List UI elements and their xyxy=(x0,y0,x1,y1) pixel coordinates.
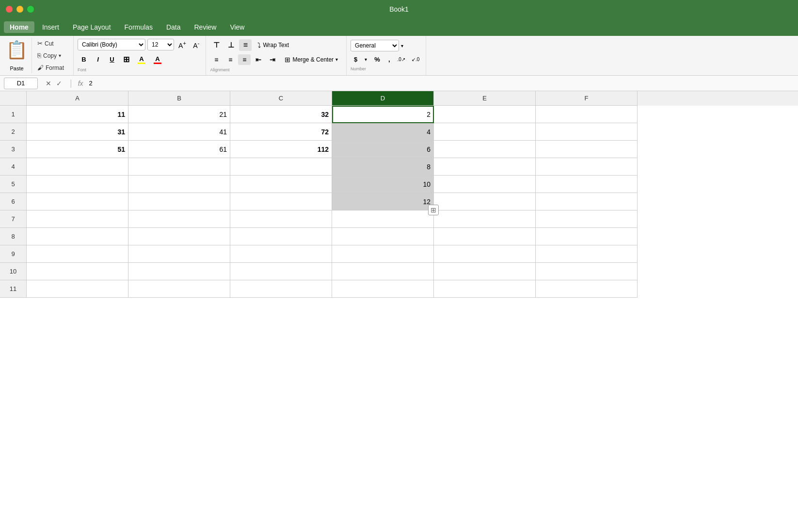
cell-d7[interactable] xyxy=(332,210,434,228)
format-button[interactable]: 🖌 Format xyxy=(34,63,67,73)
row-header-3[interactable]: 3 xyxy=(0,141,27,158)
row-header-1[interactable]: 1 xyxy=(0,106,27,123)
cell-e3[interactable] xyxy=(434,141,536,158)
row-header-9[interactable]: 9 xyxy=(0,245,27,263)
cell-e10[interactable] xyxy=(434,263,536,280)
cell-d3[interactable]: 6 xyxy=(332,141,434,158)
cell-d6[interactable]: 12 ⊞ xyxy=(332,193,434,210)
comma-button[interactable]: , xyxy=(385,54,394,64)
cell-e11[interactable] xyxy=(434,280,536,298)
cell-b8[interactable] xyxy=(128,228,230,245)
cell-e1[interactable] xyxy=(434,106,536,123)
cell-a4[interactable] xyxy=(27,158,128,176)
cell-e4[interactable] xyxy=(434,158,536,176)
close-button[interactable] xyxy=(6,6,13,13)
cell-f9[interactable] xyxy=(536,245,638,263)
cell-c10[interactable] xyxy=(230,263,332,280)
cell-d10[interactable] xyxy=(332,263,434,280)
merge-center-button[interactable]: ⊞ Merge & Center ▾ xyxy=(280,54,342,65)
font-shrink-button[interactable]: A- xyxy=(191,39,202,50)
cut-button[interactable]: ✂ Cut xyxy=(34,38,67,48)
cell-b10[interactable] xyxy=(128,263,230,280)
cell-f7[interactable] xyxy=(536,210,638,228)
cell-b7[interactable] xyxy=(128,210,230,228)
menu-view[interactable]: View xyxy=(224,21,250,33)
menu-home[interactable]: Home xyxy=(4,21,34,33)
cell-a8[interactable] xyxy=(27,228,128,245)
cell-c4[interactable] xyxy=(230,158,332,176)
cell-f10[interactable] xyxy=(536,263,638,280)
cell-a11[interactable] xyxy=(27,280,128,298)
cell-e6[interactable] xyxy=(434,193,536,210)
cell-b1[interactable]: 21 xyxy=(128,106,230,123)
cell-d4[interactable]: 8 xyxy=(332,158,434,176)
cell-f2[interactable] xyxy=(536,123,638,141)
cell-a9[interactable] xyxy=(27,245,128,263)
confirm-formula-button[interactable]: ✓ xyxy=(54,79,64,88)
row-header-8[interactable]: 8 xyxy=(0,228,27,245)
cell-b9[interactable] xyxy=(128,245,230,263)
cell-c1[interactable]: 32 xyxy=(230,106,332,123)
cell-c11[interactable] xyxy=(230,280,332,298)
cell-b4[interactable] xyxy=(128,158,230,176)
underline-button[interactable]: U xyxy=(106,54,118,64)
row-header-6[interactable]: 6 xyxy=(0,193,27,210)
cell-d2[interactable]: 4 xyxy=(332,123,434,141)
cell-a5[interactable] xyxy=(27,176,128,193)
fill-color-button[interactable]: A xyxy=(134,54,149,65)
cell-d5[interactable]: 10 xyxy=(332,176,434,193)
italic-button[interactable]: I xyxy=(92,54,104,64)
menu-page-layout[interactable]: Page Layout xyxy=(67,21,117,33)
align-top-button[interactable]: ⊤ xyxy=(210,39,223,51)
currency-button[interactable]: $ xyxy=(351,54,361,64)
minimize-button[interactable] xyxy=(16,6,23,13)
align-center-button[interactable]: ≡ xyxy=(224,54,237,65)
cell-c2[interactable]: 72 xyxy=(230,123,332,141)
font-grow-button[interactable]: A+ xyxy=(176,39,189,50)
number-format-dropdown[interactable]: ▾ xyxy=(401,43,403,48)
cell-e2[interactable] xyxy=(434,123,536,141)
cell-a3[interactable]: 51 xyxy=(27,141,128,158)
row-header-7[interactable]: 7 xyxy=(0,210,27,228)
menu-insert[interactable]: Insert xyxy=(36,21,65,33)
decrease-decimal-button[interactable]: ↙.0 xyxy=(409,55,422,64)
col-header-b[interactable]: B xyxy=(128,91,230,106)
cell-f8[interactable] xyxy=(536,228,638,245)
paste-icon[interactable]: 📋 xyxy=(6,40,28,60)
cell-e5[interactable] xyxy=(434,176,536,193)
cell-c8[interactable] xyxy=(230,228,332,245)
cell-b5[interactable] xyxy=(128,176,230,193)
cell-e8[interactable] xyxy=(434,228,536,245)
col-header-a[interactable]: A xyxy=(27,91,128,106)
cell-c7[interactable] xyxy=(230,210,332,228)
cell-f5[interactable] xyxy=(536,176,638,193)
row-header-11[interactable]: 11 xyxy=(0,280,27,298)
cell-e9[interactable] xyxy=(434,245,536,263)
cell-a6[interactable] xyxy=(27,193,128,210)
cell-a7[interactable] xyxy=(27,210,128,228)
cell-b11[interactable] xyxy=(128,280,230,298)
font-family-select[interactable]: Calibri (Body) xyxy=(78,39,145,50)
cell-a1[interactable]: 11 xyxy=(27,106,128,123)
align-bottom-button[interactable]: ≡ xyxy=(239,39,252,51)
font-color-button[interactable]: A xyxy=(150,54,165,65)
cell-c9[interactable] xyxy=(230,245,332,263)
cell-c3[interactable]: 112 xyxy=(230,141,332,158)
col-header-f[interactable]: F xyxy=(536,91,638,106)
col-header-c[interactable]: C xyxy=(230,91,332,106)
cell-reference-input[interactable] xyxy=(4,78,38,89)
col-header-d[interactable]: D xyxy=(332,91,434,106)
increase-decimal-button[interactable]: .0↗ xyxy=(395,55,408,64)
cell-e7[interactable] xyxy=(434,210,536,228)
window-controls[interactable] xyxy=(6,6,34,13)
maximize-button[interactable] xyxy=(27,6,34,13)
increase-indent-button[interactable]: ⇥ xyxy=(266,54,279,65)
formula-input[interactable] xyxy=(89,78,794,89)
cell-c6[interactable] xyxy=(230,193,332,210)
cell-d11[interactable] xyxy=(332,280,434,298)
cell-f6[interactable] xyxy=(536,193,638,210)
number-format-select[interactable]: General xyxy=(351,40,399,51)
cell-d8[interactable] xyxy=(332,228,434,245)
row-header-4[interactable]: 4 xyxy=(0,158,27,176)
decrease-indent-button[interactable]: ⇤ xyxy=(252,54,265,65)
